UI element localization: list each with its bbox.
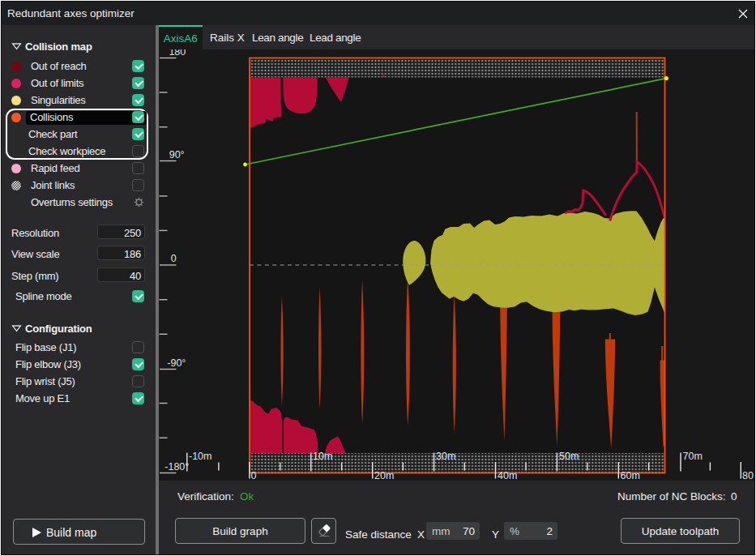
svg-text:20m: 20m bbox=[374, 470, 394, 481]
svg-text:60m: 60m bbox=[621, 470, 640, 481]
svg-text:90°: 90° bbox=[169, 149, 185, 160]
svg-text:-180°: -180° bbox=[164, 461, 189, 473]
svg-text:70m: 70m bbox=[683, 451, 703, 462]
svg-text:10m: 10m bbox=[313, 451, 332, 462]
svg-text:0: 0 bbox=[251, 470, 257, 481]
svg-text:0: 0 bbox=[171, 253, 177, 264]
svg-text:30m: 30m bbox=[436, 451, 455, 462]
svg-text:50m: 50m bbox=[559, 451, 579, 462]
svg-text:80: 80 bbox=[742, 470, 754, 481]
svg-text:180: 180 bbox=[169, 49, 186, 58]
svg-text:40m: 40m bbox=[498, 470, 517, 481]
svg-text:-90°: -90° bbox=[167, 357, 186, 369]
svg-text:-10m: -10m bbox=[189, 451, 211, 462]
